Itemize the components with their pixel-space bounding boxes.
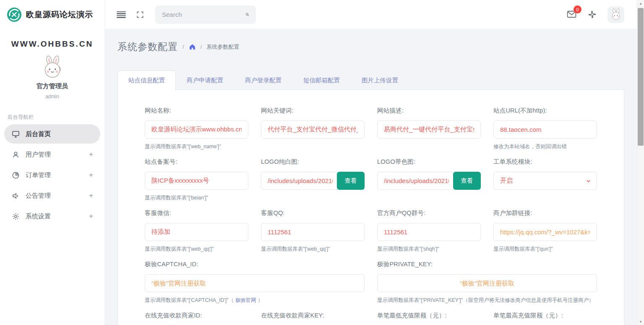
field-wechat: 客服微信: 显示调用数据库表"['web_qq']" (145, 209, 248, 253)
scroll-up-icon[interactable]: ▲ (637, 0, 644, 7)
tab-bar: 站点信息配置 商户申请配置 商户登录配置 短信邮箱配置 图片上传设置 (117, 70, 624, 89)
field-beian: 站点备案号: 显示调用数据库表"['beian']" (145, 158, 248, 202)
brand[interactable]: 欧皇源码论坛演示 (0, 0, 104, 29)
fullscreen-icon[interactable] (136, 10, 144, 19)
search-input[interactable] (162, 11, 245, 18)
sidebar-item-label: 后台首页 (26, 130, 51, 138)
field-captcha-id: 极验CAPTCHA_ID: 显示调用数据库表"['CAPTCHA_ID']"（ … (145, 260, 365, 304)
settings-card: 站点信息配置 商户申请配置 商户登录配置 短信邮箱配置 图片上传设置 网站名称:… (117, 70, 624, 325)
config-form: 网站名称: 显示调用数据库表"['web_name']" 网站关键词: 网站描述… (145, 107, 597, 325)
gear-icon (11, 212, 20, 220)
field-private-key: 极验PRIVATE_KEY: 显示调用数据库表"['PRIVATE_KEY']"… (377, 260, 597, 304)
field-qq-group: 官方商户QQ群号: 显示调用数据库表"['shqh']" (377, 209, 481, 253)
breadcrumb-current: 系统参数配置 (206, 43, 239, 51)
speaker-icon (11, 191, 20, 200)
home-icon[interactable] (189, 43, 196, 50)
field-web-name: 网站名称: 显示调用数据库表"['web_name']" (145, 107, 248, 150)
sidebar-item-label: 订单管理 (26, 171, 51, 179)
beian-input[interactable] (145, 172, 248, 190)
expand-plus-icon[interactable]: + (89, 171, 93, 179)
wechat-input[interactable] (145, 223, 248, 241)
qq-group-input[interactable] (377, 223, 481, 241)
site-name: WWW.OHBBS.CN (0, 39, 104, 49)
breadcrumb: 系统参数配置 / / 系统参数配置 (117, 40, 624, 53)
field-logo-white: LOGO纯白图: 查看 (261, 158, 365, 202)
user-role: admin (0, 94, 104, 100)
site-url-input[interactable] (493, 121, 597, 139)
profile-avatar-button[interactable] (607, 6, 624, 23)
qq-input[interactable] (261, 223, 365, 241)
field-pay-key: 在线充值收款商家KEY: (261, 312, 365, 325)
avatar (609, 8, 623, 21)
view-logo-white-button[interactable]: 查看 (337, 172, 365, 190)
search-box (155, 5, 256, 24)
field-pay-id: 在线充值收款商家ID: (145, 312, 248, 325)
expand-plus-icon[interactable]: + (89, 191, 93, 200)
sidebar-item-label: 公告管理 (26, 192, 51, 200)
logo-color-input[interactable] (377, 172, 456, 190)
geetest-site-link[interactable]: 极验官网 (235, 297, 256, 303)
logo-white-input[interactable] (261, 172, 339, 190)
search-icon[interactable] (245, 10, 249, 18)
scrollbar-thumb[interactable] (638, 8, 644, 146)
tab-site-info[interactable]: 站点信息配置 (117, 71, 176, 90)
sidebar-item-users[interactable]: 用户管理 + (4, 145, 100, 164)
topbar: 0 (105, 0, 637, 29)
apps-grid-icon (588, 10, 597, 19)
page-title: 系统参数配置 (117, 40, 178, 53)
sidebar: 欧皇源码论坛演示 WWW.OHBBS.CN 官方管理员 admin 后台导航栏 … (0, 0, 105, 325)
private-key-input[interactable] (377, 274, 597, 292)
field-site-url: 站点URL(不加http): 修改为本站域名，否则回调出错 (493, 107, 597, 150)
field-ticket-module: 工单系统模块: 开启 (493, 158, 597, 202)
monitor-icon (11, 130, 20, 138)
tab-sms-email[interactable]: 短信邮箱配置 (292, 71, 351, 90)
user-icon (11, 150, 20, 159)
group-link-input[interactable] (493, 223, 597, 241)
expand-plus-icon[interactable]: + (89, 212, 93, 220)
tab-image-upload[interactable]: 图片上传设置 (351, 71, 409, 90)
content: 系统参数配置 / / 系统参数配置 站点信息配置 商户申请配置 商户登录配置 短… (105, 29, 637, 325)
main-area: 0 系统参数配 (105, 0, 637, 325)
field-keywords: 网站关键词: (261, 107, 365, 150)
user-avatar (39, 55, 65, 81)
apps-button[interactable] (588, 10, 597, 19)
expand-plus-icon[interactable]: + (89, 150, 93, 159)
description-input[interactable] (377, 121, 481, 139)
tab-panel-site-info: 网站名称: 显示调用数据库表"['web_name']" 网站关键词: 网站描述… (117, 89, 624, 325)
field-qq: 客服QQ: 显示调用数据库表"['web_qq']" (261, 209, 365, 253)
sidebar-item-announcements[interactable]: 公告管理 + (4, 186, 100, 205)
field-description: 网站描述: (377, 107, 481, 150)
nav-section-label: 后台导航栏 (8, 114, 104, 121)
sidebar-item-orders[interactable]: 订单管理 + (4, 165, 100, 185)
ticket-module-select[interactable]: 开启 (493, 172, 597, 190)
mail-badge: 0 (574, 5, 581, 13)
sidebar-item-label: 系统设置 (26, 212, 51, 220)
pie-chart-icon (11, 171, 20, 179)
sidebar-item-settings[interactable]: 系统设置 + (4, 207, 100, 226)
vertical-scrollbar[interactable]: ▲ ▼ (637, 0, 644, 325)
tab-merchant-login[interactable]: 商户登录配置 (234, 71, 292, 90)
view-logo-color-button[interactable]: 查看 (453, 172, 481, 190)
captcha-id-input[interactable] (145, 274, 365, 292)
sidebar-item-dashboard[interactable]: 后台首页 (4, 124, 100, 144)
brand-logo-icon (7, 7, 22, 22)
web-name-input[interactable] (145, 121, 248, 139)
user-name: 官方管理员 (0, 82, 104, 90)
brand-name: 欧皇源码论坛演示 (26, 9, 93, 20)
field-min-recharge: 单笔最低充值限额（元）: (377, 312, 481, 325)
field-max-recharge: 单笔最高充值限额（元）: (493, 312, 597, 325)
mail-button[interactable]: 0 (566, 9, 577, 20)
tab-merchant-apply[interactable]: 商户申请配置 (176, 71, 234, 90)
keywords-input[interactable] (261, 121, 365, 139)
menu-toggle-icon[interactable] (117, 11, 126, 18)
field-group-link: 商户加群链接: 显示调用数据库表"['qun']" (493, 209, 597, 253)
field-logo-color: LOGO带色图: 查看 (377, 158, 481, 202)
scroll-down-icon[interactable]: ▼ (637, 318, 644, 325)
chevron-down-icon (586, 178, 591, 183)
sidebar-item-label: 用户管理 (26, 151, 51, 159)
